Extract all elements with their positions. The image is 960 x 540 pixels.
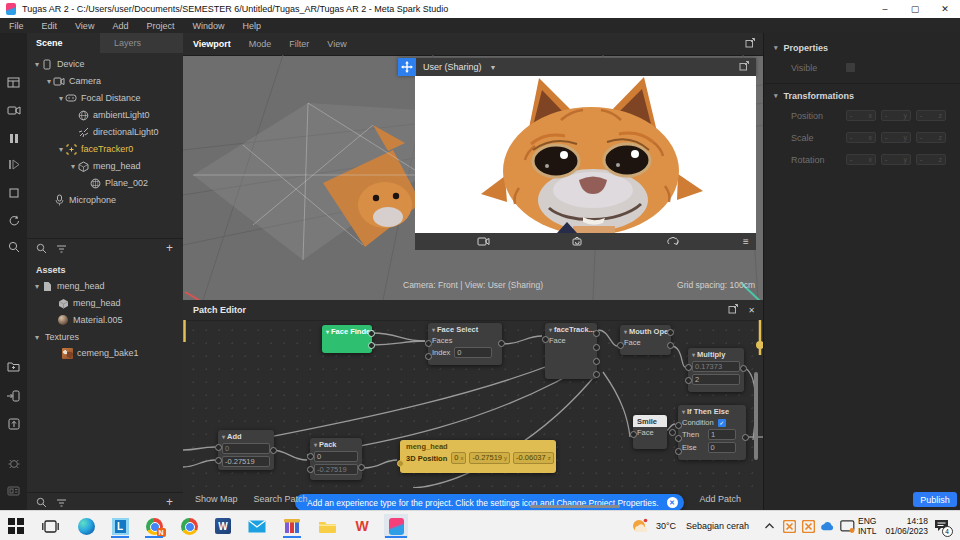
tray-app-icon-2[interactable] <box>800 514 816 538</box>
output-port[interactable] <box>740 365 747 372</box>
task-view-button[interactable] <box>38 514 62 538</box>
caret-down-icon[interactable]: ▾ <box>57 145 65 154</box>
input-port[interactable] <box>542 336 549 343</box>
caret-down-icon[interactable]: ▾ <box>33 333 41 342</box>
search-icon[interactable] <box>35 496 47 508</box>
layout-icon[interactable] <box>6 75 21 90</box>
popout-patch-icon[interactable] <box>728 304 738 316</box>
output-port[interactable] <box>593 330 600 337</box>
input-port[interactable] <box>675 435 682 442</box>
position-x-field[interactable]: 0x <box>451 452 466 464</box>
input-port[interactable] <box>675 422 682 429</box>
condition-checkbox[interactable]: ✓ <box>718 419 726 427</box>
asset-item-meng-head[interactable]: ▾ meng_head <box>33 279 105 293</box>
rotation-y-input[interactable]: -y <box>881 154 911 165</box>
input-port[interactable] <box>307 453 314 460</box>
simulator-camera-select[interactable]: User (Sharing) <box>423 62 482 72</box>
multiply-input1[interactable]: 0.17373 <box>692 361 740 372</box>
menu-project[interactable]: Project <box>137 21 183 31</box>
scene-item-focal-distance[interactable]: ▾ Focal Distance <box>57 91 141 105</box>
node-face-select[interactable]: ▾Face Select Faces Index0 <box>428 323 502 365</box>
scale-z-input[interactable]: -z <box>916 132 946 143</box>
card-panel-icon[interactable] <box>6 483 21 498</box>
close-patch-icon[interactable]: ✕ <box>748 306 755 315</box>
node-mouth-open[interactable]: ▾Mouth Open Face <box>620 325 671 355</box>
scene-item-camera[interactable]: ▾ Camera <box>45 74 101 88</box>
output-port[interactable] <box>593 358 600 365</box>
caret-down-icon[interactable]: ▾ <box>57 94 65 103</box>
language-indicator[interactable]: ENG INTL <box>858 511 876 540</box>
input-port[interactable] <box>215 444 222 451</box>
scene-item-facetracker0[interactable]: ▾ faceTracker0 <box>57 142 133 156</box>
meta-spark-icon[interactable] <box>384 514 408 538</box>
input-port[interactable] <box>685 377 692 384</box>
tab-view[interactable]: View <box>327 39 346 49</box>
scene-item-device[interactable]: ▾ Device <box>33 57 85 71</box>
edge-browser-icon[interactable] <box>74 514 98 538</box>
upload-export-icon[interactable] <box>6 416 21 431</box>
input-port[interactable] <box>425 340 432 347</box>
browser-n-icon[interactable]: N <box>142 514 166 538</box>
simulator-header[interactable]: User (Sharing) ▼ <box>398 58 756 76</box>
pause-icon[interactable] <box>6 131 21 146</box>
multiply-input2[interactable]: 2 <box>692 374 740 385</box>
pack-input2[interactable]: -0.27519 <box>314 464 358 475</box>
bug-test-icon[interactable] <box>6 455 21 470</box>
simulator-menu-icon[interactable]: ≡ <box>738 234 754 249</box>
stop-icon[interactable] <box>6 185 21 200</box>
output-port[interactable] <box>667 329 674 336</box>
output-port[interactable] <box>669 429 676 436</box>
tab-filter[interactable]: Filter <box>289 39 309 49</box>
node-add[interactable]: ▾Add 0 -0.27519 <box>218 430 274 470</box>
word-icon[interactable]: W <box>211 514 235 538</box>
menu-add[interactable]: Add <box>103 21 137 31</box>
patch-canvas[interactable]: ▾Face Finder ▾Face Select Faces Index0 ▾… <box>183 320 763 488</box>
node-meng-head[interactable]: meng_head 3D Position 0x -0.27519y -0.06… <box>400 440 556 473</box>
webcam-icon[interactable] <box>475 234 491 249</box>
scene-item-meng-head[interactable]: ▾ meng_head <box>69 159 141 173</box>
caret-down-icon[interactable]: ▾ <box>45 77 53 86</box>
close-button[interactable]: ✕ <box>930 0 960 18</box>
transformations-section-header[interactable]: ▾Transformations <box>774 91 854 101</box>
output-port[interactable] <box>270 447 277 454</box>
add-patch-button[interactable]: Add Patch <box>699 494 741 504</box>
search-icon[interactable] <box>35 242 47 254</box>
position-y-field[interactable]: -0.27519y <box>469 452 510 464</box>
input-port[interactable] <box>307 466 314 473</box>
weather-description[interactable]: Sebagian cerah <box>686 511 749 540</box>
maximize-button[interactable]: ▢ <box>900 0 930 18</box>
input-port[interactable] <box>215 457 222 464</box>
output-port[interactable] <box>593 344 600 351</box>
patch-horizontal-scrollbar[interactable] <box>530 505 620 508</box>
expand-viewport-icon[interactable] <box>745 38 755 50</box>
mail-icon[interactable] <box>245 514 269 538</box>
app-l-icon[interactable]: L <box>108 514 132 538</box>
wps-office-icon[interactable]: W <box>350 514 374 538</box>
move-handle-icon[interactable] <box>398 58 416 76</box>
scene-item-plane-002[interactable]: Plane_002 <box>89 176 148 190</box>
menu-edit[interactable]: Edit <box>33 21 67 31</box>
chevron-down-icon[interactable]: ▼ <box>490 64 497 71</box>
publish-button[interactable]: Publish <box>913 492 957 507</box>
filter-icon[interactable] <box>55 242 67 254</box>
show-map-button[interactable]: Show Map <box>195 494 238 504</box>
position-y-input[interactable]: -y <box>881 110 911 121</box>
output-port[interactable] <box>593 371 600 378</box>
add-asset-button[interactable]: + <box>166 495 173 509</box>
weather-temp[interactable]: 30°C <box>656 511 676 540</box>
caret-down-icon[interactable]: ▾ <box>69 162 77 171</box>
node-if-then-else[interactable]: ▾If Then Else Condition✓ Then1 Else0 <box>678 405 746 460</box>
else-field[interactable]: 0 <box>708 442 736 453</box>
menu-window[interactable]: Window <box>183 21 233 31</box>
node-face-tracker[interactable]: ▾faceTrack... Face <box>545 323 597 379</box>
rotate-device-icon[interactable] <box>665 234 681 249</box>
weather-icon[interactable] <box>630 514 650 538</box>
caret-down-icon[interactable]: ▾ <box>33 60 41 69</box>
search-patch-button[interactable]: Search Patch <box>254 494 308 504</box>
properties-section-header[interactable]: ▾Properties <box>774 43 828 53</box>
output-port[interactable] <box>368 330 375 337</box>
node-pack[interactable]: ▾Pack 0 -0.27519 <box>310 438 362 480</box>
asset-item-cemeng-bake1[interactable]: cemeng_bake1 <box>61 346 139 360</box>
scale-y-input[interactable]: -y <box>881 132 911 143</box>
input-port[interactable] <box>425 353 432 360</box>
